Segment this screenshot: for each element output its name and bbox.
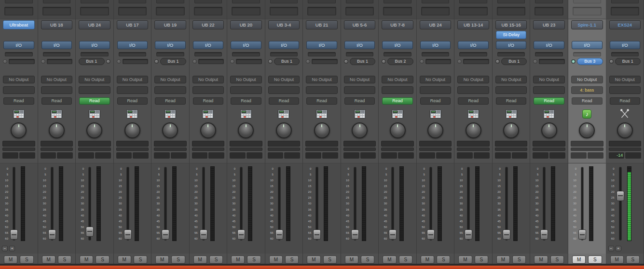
group-button[interactable] — [79, 86, 110, 94]
send-knob[interactable] — [571, 59, 575, 64]
meter-scale-plus-button[interactable]: + — [9, 246, 15, 251]
pan-knob[interactable] — [466, 122, 481, 138]
fader-cap[interactable] — [351, 229, 359, 240]
send-slot-empty-box[interactable] — [9, 59, 35, 64]
solo-button[interactable]: S — [96, 256, 109, 264]
plugin-slot-partial[interactable] — [119, 0, 147, 3]
io-button[interactable]: I/O — [382, 41, 413, 49]
track-name-button[interactable]: UB 24 — [420, 20, 452, 29]
solo-button[interactable]: S — [20, 256, 33, 264]
track-icon-area[interactable] — [190, 108, 227, 120]
solo-button[interactable]: S — [588, 256, 602, 264]
output-button[interactable]: No Output — [117, 76, 149, 83]
send-slot-empty[interactable] — [497, 52, 525, 56]
output-button[interactable]: No Output — [3, 76, 35, 83]
mute-button[interactable]: M — [80, 256, 93, 264]
output-button[interactable]: No Output — [306, 76, 338, 83]
io-button[interactable]: I/O — [306, 41, 337, 49]
volume-fader[interactable] — [200, 166, 207, 241]
volume-fader[interactable] — [313, 166, 321, 241]
volume-fader[interactable] — [124, 166, 132, 241]
fader-cap[interactable] — [86, 227, 94, 237]
mute-button[interactable]: M — [458, 256, 472, 264]
track-icon-area[interactable] — [265, 108, 303, 120]
solo-button[interactable]: S — [437, 256, 450, 264]
send-slot-empty[interactable] — [308, 52, 336, 56]
track-icon-area[interactable] — [341, 108, 379, 120]
output-button[interactable]: No Output — [41, 76, 73, 83]
volume-display[interactable] — [116, 152, 132, 159]
send-slot[interactable]: Bus 1 — [79, 58, 110, 65]
volume-fader[interactable] — [162, 166, 169, 241]
track-name-button[interactable]: UB 21 — [306, 20, 338, 29]
send-knob[interactable] — [41, 59, 45, 64]
fader-cap[interactable] — [540, 229, 548, 240]
track-name-button[interactable]: Ultrabeat — [3, 20, 35, 29]
volume-fader[interactable] — [617, 166, 624, 241]
audio-fx-slot[interactable] — [534, 7, 563, 15]
io-button[interactable]: I/O — [117, 41, 148, 49]
solo-button[interactable]: S — [323, 256, 337, 264]
group-button[interactable] — [306, 86, 338, 94]
send-knob[interactable] — [192, 59, 197, 64]
send-slot[interactable] — [533, 58, 565, 65]
group-button[interactable] — [154, 86, 186, 94]
audio-fx-slot[interactable] — [80, 7, 109, 15]
automation-mode-button[interactable]: Read — [496, 97, 527, 105]
fader-cap[interactable] — [124, 229, 132, 240]
solo-button[interactable]: S — [247, 256, 260, 264]
fader-cap[interactable] — [200, 229, 207, 240]
volume-fader[interactable] — [275, 166, 283, 241]
track-name-button[interactable]: UB 5-6 — [344, 20, 376, 29]
plugin-slot-partial[interactable] — [81, 0, 109, 3]
track-name-button[interactable]: UB 19 — [154, 20, 186, 29]
peak-display[interactable] — [436, 152, 452, 159]
send-bus-button[interactable]: Bus 1 — [79, 58, 105, 65]
automation-mode-button[interactable]: Read — [344, 97, 375, 105]
send-slot-empty[interactable] — [194, 52, 222, 56]
send-slot-empty[interactable] — [270, 52, 298, 56]
volume-display[interactable] — [41, 152, 56, 159]
send-slot-empty[interactable] — [535, 52, 563, 56]
track-name-button[interactable]: UB 18 — [41, 20, 73, 29]
send-slot-empty[interactable] — [573, 52, 601, 56]
volume-display[interactable] — [495, 152, 511, 159]
pan-knob[interactable] — [124, 122, 140, 138]
group-button[interactable]: 4: bass — [571, 86, 603, 94]
io-button[interactable]: I/O — [155, 41, 186, 49]
group-button[interactable] — [420, 86, 452, 94]
mute-button[interactable]: M — [42, 256, 55, 264]
mute-button[interactable]: M — [231, 256, 245, 264]
group-button[interactable] — [457, 86, 489, 94]
volume-display[interactable] — [571, 152, 587, 159]
solo-button[interactable]: S — [171, 256, 185, 264]
io-button[interactable]: I/O — [496, 41, 527, 49]
audio-fx-slot[interactable] — [4, 7, 33, 15]
mute-button[interactable]: M — [4, 256, 17, 264]
send-slot-empty[interactable] — [232, 52, 260, 56]
peak-display[interactable] — [57, 152, 73, 159]
volume-fader[interactable] — [86, 166, 94, 241]
track-name-button[interactable]: UB 7-8 — [382, 20, 413, 29]
mute-button[interactable]: M — [155, 256, 169, 264]
send-slot-empty[interactable] — [43, 52, 71, 56]
plugin-slot-partial[interactable] — [384, 0, 411, 3]
fader-cap[interactable] — [313, 229, 321, 240]
output-button[interactable]: No Output — [571, 76, 603, 83]
volume-fader[interactable] — [540, 166, 548, 241]
io-button[interactable]: I/O — [231, 41, 261, 49]
plugin-slot-partial[interactable] — [611, 0, 639, 3]
solo-button[interactable]: S — [550, 256, 564, 264]
io-button[interactable]: I/O — [344, 41, 375, 49]
automation-mode-button[interactable]: Read — [117, 97, 148, 105]
pan-knob[interactable] — [11, 122, 27, 138]
send-bus-button[interactable]: Bus 1 — [160, 58, 186, 65]
group-button[interactable] — [3, 86, 35, 94]
send-slot[interactable] — [3, 58, 35, 65]
volume-fader[interactable] — [427, 166, 435, 241]
send-slot-empty-box[interactable] — [312, 59, 338, 64]
output-button[interactable]: No Output — [268, 76, 300, 83]
track-name-button[interactable]: UB 3-4 — [268, 20, 300, 29]
volume-fader[interactable] — [237, 166, 245, 241]
plugin-slot-partial[interactable] — [194, 0, 222, 3]
